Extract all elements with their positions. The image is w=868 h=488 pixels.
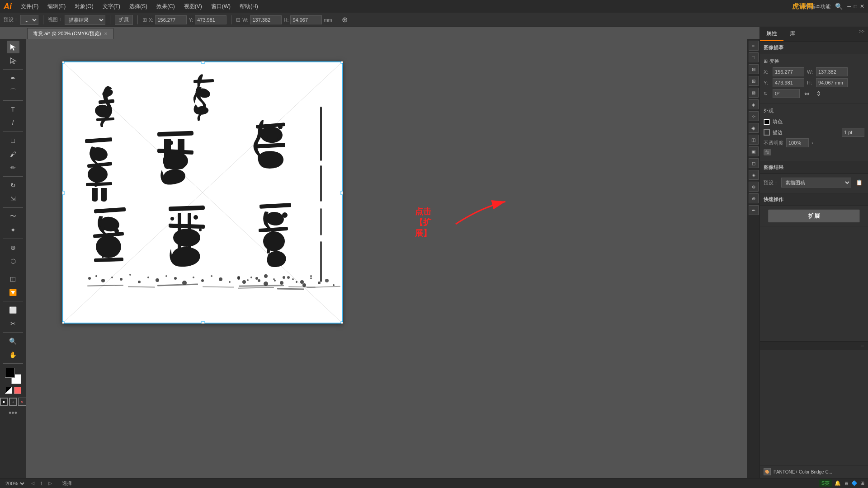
window-controls[interactable]: ─ □ ✕ <box>847 3 864 9</box>
stroke-icon-btn[interactable]: ◻ <box>749 158 759 168</box>
rectangle-tool[interactable]: □ <box>7 134 19 147</box>
status-icon-1[interactable]: 🔔 <box>835 480 841 486</box>
h-value-input[interactable] <box>816 78 848 87</box>
none-indicator[interactable]: ✕ <box>18 398 26 406</box>
swatches-icon-btn[interactable]: ◫ <box>749 135 759 145</box>
quick-actions-section: 扩展 <box>760 206 868 226</box>
warp-tool[interactable]: 〜 <box>7 210 19 223</box>
rotate-tool[interactable]: ↻ <box>7 179 19 192</box>
menu-view[interactable]: 视图(V) <box>180 2 206 11</box>
tab-close-btn[interactable]: ✕ <box>104 31 108 36</box>
cc-libraries-icon-btn[interactable]: ⊹ <box>749 111 759 121</box>
appearance-icon-btn[interactable]: ◈ <box>749 170 759 180</box>
gradient-icon-btn[interactable]: ▣ <box>749 146 759 156</box>
pantone-label[interactable]: PANTONE+ Color Bridge C... <box>774 469 832 474</box>
pathfinder-icon-btn[interactable]: ◈ <box>749 99 759 109</box>
trace-preset-select[interactable]: 素描图稿 <box>781 178 851 188</box>
graphic-styles-icon-btn[interactable]: ⊛ <box>749 182 759 192</box>
y-value-input[interactable] <box>773 78 804 87</box>
search-icon[interactable]: 🔍 <box>835 3 843 10</box>
flip-v-btn[interactable]: ⇕ <box>814 90 823 97</box>
minimize-btn[interactable]: ─ <box>847 3 851 9</box>
input-method-indicator[interactable]: S英 <box>819 479 832 487</box>
svg-point-82 <box>250 277 252 278</box>
none-color-btn[interactable] <box>14 387 21 394</box>
w-input[interactable] <box>250 15 282 24</box>
scale-tool[interactable]: ⇲ <box>7 192 19 205</box>
svg-point-24 <box>278 125 283 129</box>
fill-color-indicator[interactable]: ■ <box>0 398 8 406</box>
opacity-arrow[interactable]: › <box>811 140 813 145</box>
free-transform-tool[interactable]: ✦ <box>7 224 19 236</box>
menu-select[interactable]: 选择(S) <box>126 2 151 11</box>
document-tab[interactable]: 毒意.ai* @ 200% (CMYK/预览) ✕ <box>27 28 113 39</box>
perspective-tool[interactable]: ⬡ <box>7 255 19 267</box>
panel-more-btn[interactable]: ··· <box>760 342 868 350</box>
menu-edit[interactable]: 编辑(E) <box>44 2 69 11</box>
tab-library[interactable]: 库 <box>783 27 802 41</box>
h-input[interactable] <box>290 15 322 24</box>
trace-result-header: 图像结果 <box>760 161 868 174</box>
eyedropper-tool[interactable]: 🔽 <box>7 286 19 299</box>
preset-select[interactable]: ... <box>20 15 38 25</box>
status-icon-3[interactable]: 🔷 <box>851 480 858 486</box>
stroke-swatch[interactable] <box>764 129 770 136</box>
view-select[interactable]: 描摹结果 <box>65 15 105 25</box>
artboards-icon-btn[interactable]: □ <box>749 52 759 62</box>
color-icon-btn[interactable]: ◉ <box>749 123 759 133</box>
pen-tool[interactable]: ✒ <box>7 72 19 84</box>
menu-window[interactable]: 窗口(W) <box>208 2 234 11</box>
panel-collapse-btn[interactable]: >> <box>855 27 868 41</box>
paintbrush-tool[interactable]: 🖌 <box>7 148 19 160</box>
status-icon-4[interactable]: ⊞ <box>860 480 864 486</box>
separator-2 <box>3 100 24 101</box>
menu-file[interactable]: 文件(F) <box>17 2 42 11</box>
maximize-btn[interactable]: □ <box>854 3 857 9</box>
zoom-tool[interactable]: 🔍 <box>7 335 19 347</box>
close-btn[interactable]: ✕ <box>860 3 864 9</box>
x-input[interactable] <box>155 15 187 24</box>
menu-effect[interactable]: 效果(C) <box>153 2 179 11</box>
status-icon-2[interactable]: 🖥 <box>844 481 849 486</box>
pencil-tool[interactable]: ✏ <box>7 161 19 174</box>
foreground-color[interactable] <box>5 368 15 378</box>
rotate-input[interactable] <box>773 89 800 98</box>
color-swatches[interactable] <box>5 368 21 384</box>
fill-swatch[interactable] <box>764 119 770 125</box>
stroke-width-input[interactable] <box>842 128 864 137</box>
opacity-input[interactable] <box>786 138 809 147</box>
menu-text[interactable]: 文字(T) <box>99 2 124 11</box>
align-icon-btn[interactable]: ⊠ <box>749 88 759 98</box>
zoom-select[interactable]: 200% 100% 50% <box>4 480 26 487</box>
artboard-tool[interactable]: ⬜ <box>7 304 19 316</box>
properties-icon-btn[interactable]: ⊟ <box>749 64 759 74</box>
line-tool[interactable]: / <box>7 117 19 129</box>
menu-object[interactable]: 对象(O) <box>71 2 97 11</box>
menu-help[interactable]: 帮助(H) <box>236 2 262 11</box>
hand-tool[interactable]: ✋ <box>7 348 19 361</box>
direct-selection-tool[interactable] <box>7 54 19 67</box>
type-tool[interactable]: T <box>7 103 19 116</box>
slice-tool[interactable]: ✂ <box>7 317 19 330</box>
more-tools[interactable]: ••• <box>9 408 17 418</box>
zoom-control[interactable]: 200% 100% 50% <box>4 480 26 487</box>
y-input[interactable] <box>195 15 226 24</box>
swap-colors-btn[interactable] <box>5 387 12 394</box>
more-options-icon[interactable]: ⊕ <box>342 15 348 24</box>
x-value-input[interactable] <box>773 67 804 76</box>
trace-calendar-icon[interactable]: 📋 <box>854 178 864 187</box>
symbols-icon-btn[interactable]: ⊕ <box>749 193 759 203</box>
tab-properties[interactable]: 属性 <box>760 27 783 41</box>
gradient-tool[interactable]: ◫ <box>7 272 19 285</box>
expand-button[interactable]: 扩展 <box>769 210 859 222</box>
layers-icon-btn[interactable]: ≡ <box>749 41 759 51</box>
brushes-icon-btn[interactable]: ✒ <box>749 205 759 215</box>
expand-button-top[interactable]: 扩展 <box>115 15 133 25</box>
shape-builder-tool[interactable]: ⊕ <box>7 241 19 254</box>
curvature-tool[interactable]: ⌒ <box>7 85 19 98</box>
transform-icon-btn[interactable]: ⊞ <box>749 76 759 86</box>
selection-tool[interactable] <box>7 41 19 53</box>
flip-h-btn[interactable]: ⇔ <box>802 90 811 97</box>
stroke-color-indicator[interactable]: □ <box>9 398 17 406</box>
w-value-input[interactable] <box>816 67 848 76</box>
